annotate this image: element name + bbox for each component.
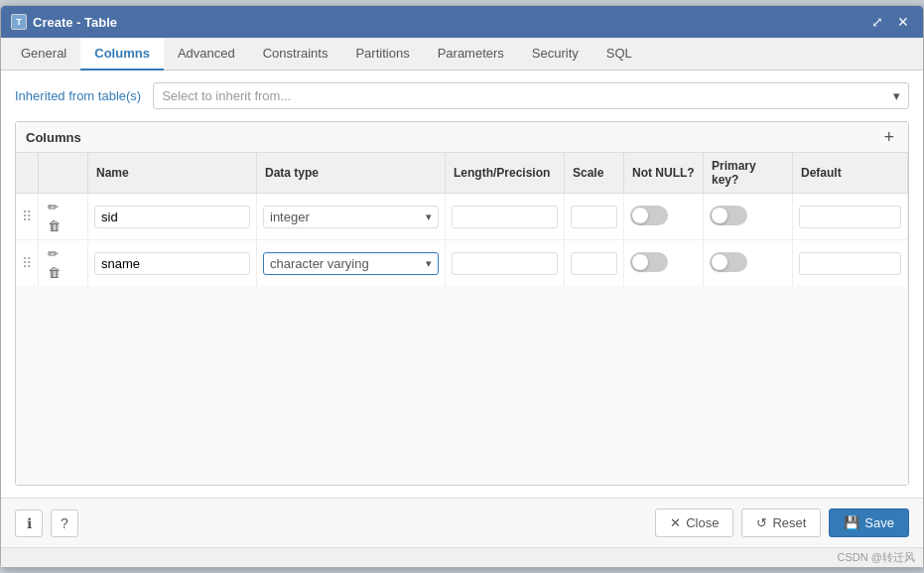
th-default: Default <box>793 153 908 194</box>
pk-cell-2 <box>704 240 793 287</box>
name-cell-1 <box>88 194 257 240</box>
close-title-button[interactable]: ✕ <box>893 12 913 32</box>
pk-toggle-1[interactable] <box>710 206 747 225</box>
delete-row-1-button[interactable]: 🗑 <box>45 216 64 235</box>
scale-cell-2 <box>565 240 624 287</box>
info-button[interactable]: ℹ <box>15 509 43 537</box>
datatype-cell-1: integer ▾ <box>257 194 446 240</box>
tab-constraints[interactable]: Constraints <box>249 38 342 71</box>
actions-cell-1: ✏ 🗑 <box>39 194 88 240</box>
tab-sql[interactable]: SQL <box>593 38 646 71</box>
default-cell-2 <box>793 240 908 287</box>
maximize-button[interactable]: ⤢ <box>867 12 887 32</box>
notnull-thumb-1 <box>632 208 648 223</box>
drag-handle-icon-2[interactable]: ⠿ <box>22 255 32 271</box>
th-name: Name <box>88 153 257 194</box>
scale-cell-1 <box>565 194 624 240</box>
actions-cell-2: ✏ 🗑 <box>39 240 88 287</box>
tab-bar: General Columns Advanced Constraints Par… <box>1 38 923 71</box>
reset-label: Reset <box>772 515 806 530</box>
help-button[interactable]: ? <box>51 509 78 537</box>
table-row: ⠿ ✏ 🗑 character varying ▾ <box>16 240 908 287</box>
footer-left: ℹ ? <box>15 509 78 537</box>
th-datatype: Data type <box>257 153 446 194</box>
save-label: Save <box>864 515 894 530</box>
length-input-2[interactable] <box>452 252 558 275</box>
pk-toggle-2[interactable] <box>710 252 747 272</box>
add-column-button[interactable]: + <box>879 128 898 146</box>
datatype-arrow-icon-1: ▾ <box>426 211 432 223</box>
dialog-icon: T <box>11 14 27 30</box>
drag-cell-1: ⠿ <box>16 194 39 240</box>
title-bar-left: T Create - Table <box>11 14 117 30</box>
drag-cell-2: ⠿ <box>16 240 39 287</box>
pk-thumb-1 <box>712 208 727 223</box>
notnull-track-1[interactable] <box>630 206 668 225</box>
drag-handle-icon-1[interactable]: ⠿ <box>22 209 32 224</box>
title-bar-right: ⤢ ✕ <box>867 12 913 32</box>
th-pk: Primary key? <box>704 153 793 194</box>
empty-table-area <box>16 286 908 485</box>
save-button[interactable]: 💾 Save <box>829 508 909 537</box>
close-button[interactable]: ✕ Close <box>655 508 733 537</box>
notnull-cell-1 <box>624 194 704 240</box>
tab-advanced[interactable]: Advanced <box>164 38 249 71</box>
create-table-dialog: T Create - Table ⤢ ✕ General Columns Adv… <box>0 5 924 568</box>
columns-section: Columns + Name Data type Length/Precisio… <box>15 121 909 486</box>
pk-cell-1 <box>704 194 793 240</box>
columns-section-title: Columns <box>26 130 81 145</box>
default-input-1[interactable] <box>799 206 901 228</box>
close-label: Close <box>686 515 719 530</box>
notnull-track-2[interactable] <box>630 252 668 272</box>
inherit-row: Inherited from table(s) Select to inheri… <box>15 82 909 109</box>
info-icon: ℹ <box>27 515 32 531</box>
edit-row-1-button[interactable]: ✏ <box>45 198 62 216</box>
tab-columns[interactable]: Columns <box>80 38 164 71</box>
inherit-select[interactable]: Select to inherit from... ▾ <box>153 82 909 109</box>
footer-right: ✕ Close ↺ Reset 💾 Save <box>655 508 909 537</box>
help-icon: ? <box>61 515 68 531</box>
delete-row-2-button[interactable]: 🗑 <box>45 263 64 282</box>
datatype-cell-2: character varying ▾ <box>257 240 446 287</box>
tab-parameters[interactable]: Parameters <box>424 38 518 71</box>
pk-thumb-2 <box>712 254 727 270</box>
pk-track-1[interactable] <box>710 206 747 225</box>
notnull-cell-2 <box>624 240 704 287</box>
scale-input-2[interactable] <box>571 252 617 275</box>
length-input-1[interactable] <box>452 206 558 228</box>
close-x-icon: ✕ <box>670 515 681 530</box>
tab-general[interactable]: General <box>7 38 80 71</box>
datatype-value-2: character varying <box>270 256 369 271</box>
edit-row-2-button[interactable]: ✏ <box>45 244 62 263</box>
notnull-toggle-1[interactable] <box>630 206 668 225</box>
columns-table: Name Data type Length/Precision Scale No… <box>16 153 908 286</box>
columns-table-header-row: Name Data type Length/Precision Scale No… <box>16 153 908 194</box>
scale-input-1[interactable] <box>571 206 617 228</box>
th-scale: Scale <box>565 153 624 194</box>
name-input-1[interactable] <box>94 206 250 228</box>
name-input-2[interactable] <box>94 252 250 275</box>
th-drag <box>16 153 39 194</box>
length-cell-1 <box>446 194 565 240</box>
default-cell-1 <box>793 194 908 240</box>
notnull-toggle-2[interactable] <box>630 252 668 272</box>
th-notnull: Not NULL? <box>624 153 704 194</box>
reset-button[interactable]: ↺ Reset <box>741 508 821 537</box>
datatype-select-1[interactable]: integer ▾ <box>263 206 439 228</box>
datatype-value-1: integer <box>270 210 310 224</box>
datatype-select-2[interactable]: character varying ▾ <box>263 252 439 275</box>
save-icon: 💾 <box>844 515 859 530</box>
watermark: CSDN @转迁风 <box>1 547 923 567</box>
inherit-select-arrow-icon: ▾ <box>893 88 900 103</box>
datatype-arrow-icon-2: ▾ <box>426 257 432 270</box>
tab-content-columns: Inherited from table(s) Select to inheri… <box>1 71 923 498</box>
default-input-2[interactable] <box>799 252 901 275</box>
dialog-footer: ℹ ? ✕ Close ↺ Reset 💾 Save <box>1 498 923 547</box>
tab-security[interactable]: Security <box>518 38 593 71</box>
inherit-label: Inherited from table(s) <box>15 88 141 103</box>
pk-track-2[interactable] <box>710 252 747 272</box>
inherit-select-placeholder: Select to inherit from... <box>162 88 291 103</box>
title-bar: T Create - Table ⤢ ✕ <box>1 6 923 38</box>
tab-partitions[interactable]: Partitions <box>341 38 423 71</box>
columns-header: Columns + <box>16 122 908 153</box>
